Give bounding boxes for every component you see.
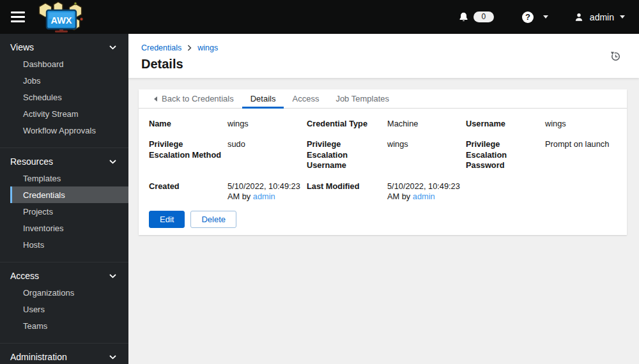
tab-details[interactable]: Details [242,89,284,108]
modified-by-admin-link[interactable]: admin [413,192,435,201]
tab-back-to-credentials[interactable]: Back to Credentials [146,89,242,108]
sidebar-item-jobs[interactable]: Jobs [0,72,128,89]
page-header: Credentials wings Details [128,34,639,78]
sidebar-item-users[interactable]: Users [0,301,128,317]
detail-label-priv-esc-password: Privilege Escalation Password [466,139,545,171]
chevron-down-icon [109,160,116,164]
detail-label-name: Name [149,119,227,129]
activity-history-button[interactable] [610,51,621,64]
sidebar-nav: Views Dashboard Jobs Schedules Activity … [0,34,128,364]
breadcrumb-link-current[interactable]: wings [197,43,218,52]
content-area: Back to Credentials Details Access Job T… [128,78,639,364]
detail-value-credential-type: Machine [387,119,466,129]
detail-label-priv-esc-method: Privilege Escalation Method [149,139,227,171]
created-by-admin-link[interactable]: admin [253,192,275,201]
user-caret-down-icon [620,15,625,19]
page-title: Details [141,57,639,72]
chevron-down-icon [109,355,116,360]
sidebar-item-schedules[interactable]: Schedules [0,89,128,105]
breadcrumb-chevron-right-icon [187,45,192,51]
sidebar-item-projects[interactable]: Projects [0,203,128,220]
detail-value-username: wings [545,119,617,129]
awx-logo-text: AWX [50,15,72,25]
sidebar-item-teams[interactable]: Teams [0,317,128,334]
detail-value-priv-esc-password: Prompt on launch [545,139,617,171]
bell-icon [458,11,469,23]
tab-access[interactable]: Access [284,89,327,108]
masthead: AWX 0 ? admin [0,0,639,34]
nav-group-administration: Administration [0,344,128,364]
nav-group-header-access[interactable]: Access [0,268,128,284]
nav-group-header-views[interactable]: Views [0,39,128,56]
detail-value-name: wings [227,119,307,129]
chevron-down-icon [109,45,116,50]
awx-logo-icon: AWX [36,1,86,33]
tab-bar: Back to Credentials Details Access Job T… [139,89,627,109]
sidebar-item-hosts[interactable]: Hosts [0,236,128,253]
tab-job-templates[interactable]: Job Templates [327,89,397,108]
sidebar-item-organizations[interactable]: Organizations [0,284,128,301]
chevron-down-icon [109,274,116,278]
sidebar-item-dashboard[interactable]: Dashboard [0,56,128,72]
help-icon: ? [522,11,534,23]
nav-group-resources: Resources Templates Credentials Projects… [0,148,128,262]
detail-grid: Name wings Credential Type Machine Usern… [149,119,617,202]
user-menu-button[interactable]: admin [574,12,625,22]
awx-logo[interactable]: AWX [36,0,86,34]
edit-button[interactable]: Edit [149,211,185,228]
detail-label-priv-esc-username: Privilege Escalation Username [307,139,387,171]
details-panel: Name wings Credential Type Machine Usern… [139,109,627,235]
notifications-count-badge: 0 [473,11,494,22]
detail-value-priv-esc-method: sudo [227,139,307,171]
masthead-toolbar: 0 ? admin [458,11,639,23]
notifications-button[interactable]: 0 [458,11,494,23]
detail-label-created: Created [149,181,227,202]
nav-group-header-resources[interactable]: Resources [0,153,128,170]
nav-group-access: Access Organizations Users Teams [0,262,128,344]
user-icon [574,12,584,22]
action-buttons: Edit Delete [149,211,617,228]
detail-value-created: 5/10/2022, 10:49:23 AM by admin [227,181,307,202]
detail-value-priv-esc-username: wings [387,139,466,171]
breadcrumb-link-credentials[interactable]: Credentials [141,43,181,52]
credential-details-card: Back to Credentials Details Access Job T… [139,89,627,235]
user-name: admin [590,12,614,22]
breadcrumb: Credentials wings [141,43,639,52]
sidebar-item-workflow-approvals[interactable]: Workflow Approvals [0,122,128,139]
detail-label-credential-type: Credential Type [307,119,387,129]
nav-toggle-button[interactable] [11,11,25,22]
sidebar-item-credentials[interactable]: Credentials [10,186,128,203]
nav-group-views: Views Dashboard Jobs Schedules Activity … [0,34,128,148]
back-arrow-icon [154,96,157,102]
help-caret-down-icon [543,15,548,19]
nav-group-header-administration[interactable]: Administration [0,349,128,364]
delete-button[interactable]: Delete [190,211,236,228]
detail-label-last-modified: Last Modified [307,181,387,202]
detail-label-username: Username [466,119,545,129]
sidebar-item-activity-stream[interactable]: Activity Stream [0,105,128,122]
detail-value-last-modified: 5/10/2022, 10:49:23 AM by admin [387,181,466,202]
sidebar-item-templates[interactable]: Templates [0,170,128,186]
help-menu-button[interactable]: ? [522,11,548,23]
history-icon [610,51,621,62]
sidebar-item-inventories[interactable]: Inventories [0,220,128,236]
